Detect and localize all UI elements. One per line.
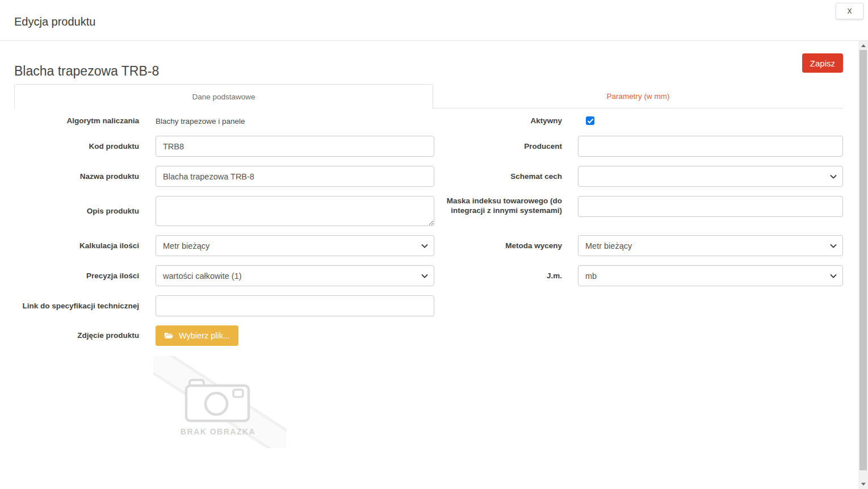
row-maska-indeksu: Maska indeksu towarowego (do integracji … (434, 196, 843, 226)
maska-indeksu-input[interactable] (578, 196, 843, 217)
form-column-left: Algorytm naliczania Blachy trapezowe i p… (14, 115, 434, 450)
link-specyfikacja-input[interactable] (156, 295, 434, 316)
scroll-down-button[interactable] (858, 479, 868, 489)
camera-icon (186, 380, 249, 421)
jm-select[interactable]: mb (578, 265, 843, 286)
row-zdjecie-produktu: Zdjęcie produktu Wybierz plik... (14, 325, 434, 346)
wybierz-plik-label: Wybierz plik... (179, 331, 230, 340)
open-folder-icon (164, 332, 174, 340)
row-kalkulacja: Kalkulacja ilości Metr bieżący (14, 235, 434, 256)
scroll-up-button[interactable] (858, 41, 868, 51)
jm-label: J.m. (434, 271, 562, 281)
edit-product-dialog: Edycja produktu X Zapisz Blacha trapezow… (0, 0, 868, 41)
triangle-up-icon (861, 44, 866, 47)
precyzja-select[interactable]: wartości całkowite (1) (156, 265, 434, 286)
product-image-placeholder: BRAK OBRAZKA (153, 356, 434, 450)
algorytm-label: Algorytm naliczania (14, 116, 139, 126)
scrollbar-thumb[interactable] (859, 50, 867, 470)
metoda-wyceny-label: Metoda wyceny (434, 241, 562, 250)
close-button[interactable]: X (836, 3, 863, 19)
row-producent: Producent (434, 136, 843, 157)
no-image-graphic: BRAK OBRAZKA (153, 356, 287, 448)
producent-input[interactable] (578, 136, 843, 157)
algorytm-value: Blachy trapezowe i panele (156, 117, 245, 126)
aktywny-label: Aktywny (434, 116, 562, 126)
kalkulacja-label: Kalkulacja ilości (14, 241, 139, 250)
aktywny-checkbox[interactable] (586, 116, 594, 125)
tab-parametry[interactable]: Parametry (w mm) (433, 84, 843, 108)
row-precyzja: Precyzja ilości wartości całkowite (1) (14, 265, 434, 286)
dialog-title: Edycja produktu (0, 0, 868, 28)
kod-produktu-label: Kod produktu (14, 141, 139, 151)
row-schemat-cech: Schemat cech (434, 166, 843, 187)
schemat-cech-select[interactable] (578, 166, 843, 187)
row-aktywny: Aktywny (434, 115, 843, 127)
producent-label: Producent (434, 141, 562, 151)
dialog-body: Zapisz Blacha trapezowa TRB-8 Dane podst… (0, 41, 868, 489)
row-metoda-wyceny: Metoda wyceny Metr bieżący (434, 235, 843, 256)
product-form: Algorytm naliczania Blachy trapezowe i p… (14, 115, 843, 450)
triangle-down-icon (861, 483, 866, 486)
precyzja-label: Precyzja ilości (14, 271, 139, 281)
no-image-text: BRAK OBRAZKA (181, 427, 255, 436)
kalkulacja-select[interactable]: Metr bieżący (156, 235, 434, 256)
kod-produktu-input[interactable] (156, 136, 434, 157)
vertical-scrollbar[interactable] (858, 41, 868, 489)
row-algorytm: Algorytm naliczania Blachy trapezowe i p… (14, 115, 434, 127)
product-title: Blacha trapezowa TRB-8 (14, 64, 868, 79)
dialog-header: Edycja produktu X (0, 0, 868, 41)
form-column-right: Aktywny Producent (434, 115, 843, 450)
opis-produktu-label: Opis produktu (14, 206, 139, 216)
row-jm: J.m. mb (434, 265, 843, 286)
link-specyfikacja-label: Link do specyfikacji technicznej (14, 301, 139, 311)
row-opis-produktu: Opis produktu (14, 196, 434, 226)
maska-indeksu-label: Maska indeksu towarowego (do integracji … (434, 196, 562, 216)
schemat-cech-label: Schemat cech (434, 172, 562, 181)
nazwa-produktu-input[interactable] (156, 166, 434, 187)
checkmark-icon (587, 118, 594, 124)
save-button[interactable]: Zapisz (802, 53, 843, 73)
zdjecie-produktu-label: Zdjęcie produktu (14, 331, 139, 340)
wybierz-plik-button[interactable]: Wybierz plik... (156, 325, 238, 346)
tab-bar: Dane podstawowe Parametry (w mm) (14, 84, 843, 108)
opis-produktu-textarea[interactable] (156, 196, 434, 226)
row-link-specyfikacja: Link do specyfikacji technicznej (14, 295, 434, 316)
tab-dane-podstawowe[interactable]: Dane podstawowe (14, 84, 433, 108)
row-kod-produktu: Kod produktu (14, 136, 434, 157)
row-nazwa-produktu: Nazwa produktu (14, 166, 434, 187)
nazwa-produktu-label: Nazwa produktu (14, 172, 139, 181)
metoda-wyceny-select[interactable]: Metr bieżący (578, 235, 843, 256)
